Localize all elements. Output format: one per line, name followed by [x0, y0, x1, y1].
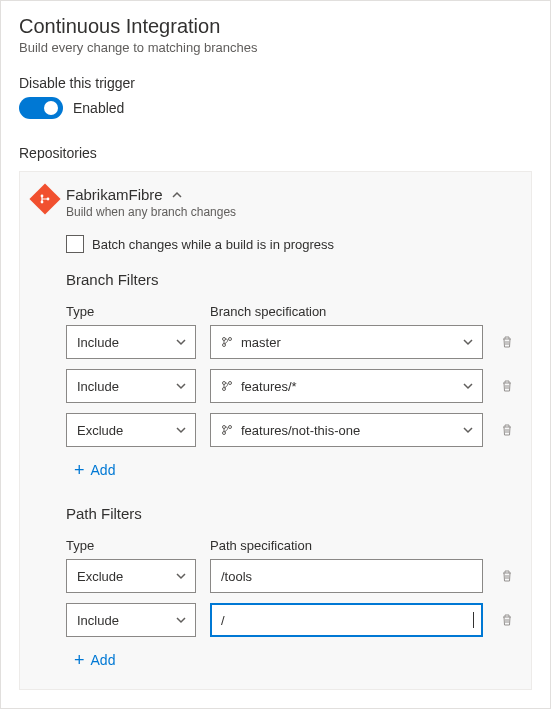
path-type-value: Include — [77, 613, 119, 628]
path-spec-header: Path specification — [210, 538, 483, 553]
page-subtitle: Build every change to matching branches — [19, 40, 532, 55]
branch-spec-value: master — [241, 335, 454, 350]
add-branch-label: Add — [91, 462, 116, 478]
plus-icon: + — [74, 651, 85, 669]
branch-type-value: Include — [77, 379, 119, 394]
chevron-down-icon — [462, 380, 474, 392]
chevron-down-icon — [175, 570, 187, 582]
delete-path-filter-button[interactable] — [497, 613, 517, 627]
path-type-select[interactable]: Include — [66, 603, 196, 637]
branch-filter-row: Exclude features/not-this-one — [66, 413, 517, 447]
chevron-down-icon — [462, 424, 474, 436]
path-spec-value: /tools — [221, 569, 474, 584]
branch-type-select[interactable]: Include — [66, 325, 196, 359]
chevron-down-icon — [175, 614, 187, 626]
chevron-down-icon — [462, 336, 474, 348]
path-filters-section: Path Filters Type Path specification Exc… — [66, 505, 517, 669]
delete-path-filter-button[interactable] — [497, 569, 517, 583]
branch-spec-value: features/not-this-one — [241, 423, 454, 438]
toggle-knob — [44, 101, 58, 115]
branch-type-header: Type — [66, 304, 196, 319]
branch-spec-input[interactable]: features/* — [210, 369, 483, 403]
branch-type-value: Include — [77, 335, 119, 350]
text-cursor — [473, 612, 474, 628]
branch-filters-section: Branch Filters Type Branch specification… — [66, 271, 517, 479]
toggle-state-label: Enabled — [73, 100, 124, 116]
path-spec-value: / — [221, 613, 469, 628]
branch-icon — [221, 380, 233, 392]
repository-card: FabrikamFibre Build when any branch chan… — [19, 171, 532, 690]
branch-icon — [221, 424, 233, 436]
branch-type-value: Exclude — [77, 423, 123, 438]
branch-filter-row: Include features/* — [66, 369, 517, 403]
repo-subtitle: Build when any branch changes — [66, 205, 236, 219]
branch-icon — [221, 336, 233, 348]
add-branch-filter-button[interactable]: + Add — [74, 461, 517, 479]
branch-type-select[interactable]: Exclude — [66, 413, 196, 447]
batch-changes-label: Batch changes while a build is in progre… — [92, 237, 334, 252]
path-spec-input[interactable]: /tools — [210, 559, 483, 593]
chevron-up-icon — [171, 189, 183, 201]
path-filters-title: Path Filters — [66, 505, 517, 522]
path-type-value: Exclude — [77, 569, 123, 584]
branch-type-select[interactable]: Include — [66, 369, 196, 403]
batch-changes-checkbox[interactable] — [66, 235, 84, 253]
plus-icon: + — [74, 461, 85, 479]
repo-name: FabrikamFibre — [66, 186, 163, 203]
svg-point-3 — [223, 338, 226, 341]
chevron-down-icon — [175, 336, 187, 348]
path-type-select[interactable]: Exclude — [66, 559, 196, 593]
svg-point-11 — [229, 426, 232, 429]
branch-spec-input[interactable]: features/not-this-one — [210, 413, 483, 447]
branch-spec-input[interactable]: master — [210, 325, 483, 359]
branch-spec-header: Branch specification — [210, 304, 483, 319]
chevron-down-icon — [175, 424, 187, 436]
repo-expand-toggle[interactable]: FabrikamFibre — [66, 186, 236, 203]
branch-filters-title: Branch Filters — [66, 271, 517, 288]
delete-branch-filter-button[interactable] — [497, 423, 517, 437]
path-filter-row: Include / — [66, 603, 517, 637]
svg-point-9 — [223, 426, 226, 429]
branch-spec-value: features/* — [241, 379, 454, 394]
chevron-down-icon — [175, 380, 187, 392]
branch-filter-row: Include master — [66, 325, 517, 359]
delete-branch-filter-button[interactable] — [497, 335, 517, 349]
repositories-label: Repositories — [19, 145, 532, 161]
path-filter-row: Exclude /tools — [66, 559, 517, 593]
disable-trigger-toggle[interactable] — [19, 97, 63, 119]
add-path-label: Add — [91, 652, 116, 668]
git-repo-icon — [29, 183, 60, 214]
path-type-header: Type — [66, 538, 196, 553]
add-path-filter-button[interactable]: + Add — [74, 651, 517, 669]
svg-point-5 — [229, 338, 232, 341]
svg-point-8 — [229, 382, 232, 385]
path-spec-input[interactable]: / — [210, 603, 483, 637]
svg-point-6 — [223, 382, 226, 385]
page-title: Continuous Integration — [19, 15, 532, 38]
delete-branch-filter-button[interactable] — [497, 379, 517, 393]
disable-trigger-label: Disable this trigger — [19, 75, 532, 91]
